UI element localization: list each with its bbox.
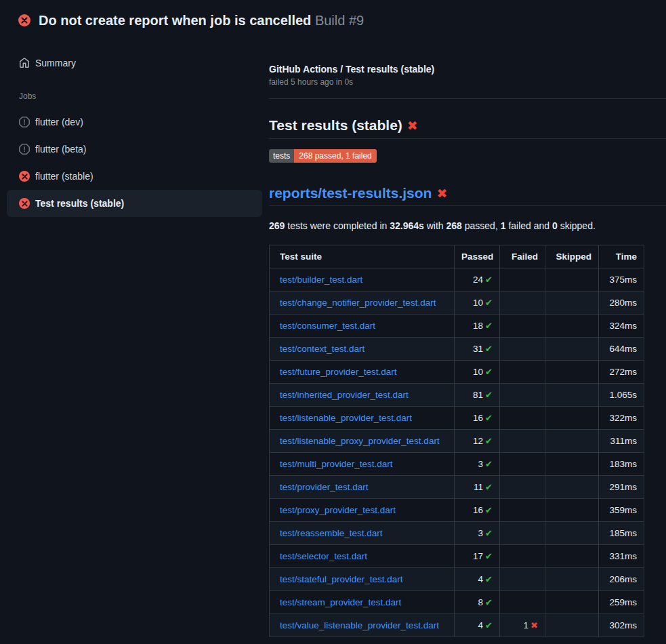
sidebar: Summary Jobs flutter (dev) flutter (beta…: [0, 41, 269, 217]
check-icon: ✔: [485, 574, 493, 584]
passed-cell: 31✔: [455, 338, 500, 361]
tests-summary-line: 269 tests were completed in 32.964s with…: [269, 220, 666, 232]
test-suite-link[interactable]: test/future_provider_test.dart: [280, 367, 397, 377]
table-row: test/consumer_test.dart18✔324ms: [270, 315, 644, 338]
col-skipped: Skipped: [545, 245, 599, 268]
test-results-table: Test suite Passed Failed Skipped Time te…: [269, 245, 644, 637]
sidebar-item-label: Summary: [35, 58, 76, 68]
test-suite-link[interactable]: test/consumer_test.dart: [280, 321, 375, 331]
sidebar-item-summary[interactable]: Summary: [7, 49, 262, 77]
passed-cell: 8✔: [455, 591, 500, 614]
failed-cell: [500, 568, 545, 591]
report-file-link[interactable]: reports/test-results.json: [269, 185, 432, 201]
test-suite-cell: test/stateful_provider_test.dart: [270, 568, 455, 591]
failed-cell: [500, 315, 545, 338]
check-icon: ✔: [485, 275, 493, 285]
test-suite-link[interactable]: test/value_listenable_provider_test.dart: [280, 620, 439, 630]
sidebar-item-flutter-beta[interactable]: flutter (beta): [7, 136, 262, 163]
time-cell: 331ms: [599, 545, 644, 568]
time-cell: 322ms: [599, 407, 644, 430]
skipped-cell: [545, 268, 599, 291]
time-cell: 206ms: [599, 568, 644, 591]
build-number: Build #9: [315, 13, 364, 28]
skipped-cell: [545, 568, 599, 591]
sidebar-item-flutter-dev[interactable]: flutter (dev): [7, 108, 262, 136]
tests-badge: tests 268 passed, 1 failed: [269, 149, 377, 163]
test-suite-link[interactable]: test/multi_provider_test.dart: [280, 459, 393, 469]
time-cell: 324ms: [599, 315, 644, 338]
section-title: Test results (stable)✖: [269, 117, 666, 139]
check-icon: ✔: [485, 436, 493, 446]
time-cell: 359ms: [599, 499, 644, 522]
table-row: test/future_provider_test.dart10✔272ms: [270, 361, 644, 384]
table-row: test/proxy_provider_test.dart16✔359ms: [270, 499, 644, 522]
test-suite-link[interactable]: test/builder_test.dart: [280, 275, 362, 285]
home-icon: [19, 58, 30, 68]
test-suite-cell: test/multi_provider_test.dart: [270, 453, 455, 476]
failed-cell: [500, 407, 545, 430]
skipped-cell: [545, 476, 599, 499]
sidebar-item-label: flutter (dev): [35, 117, 83, 127]
table-row: test/builder_test.dart24✔375ms: [270, 268, 644, 291]
test-suite-link[interactable]: test/listenable_proxy_provider_test.dart: [280, 436, 440, 446]
check-icon: ✔: [485, 620, 493, 630]
test-suite-link[interactable]: test/listenable_provider_test.dart: [280, 413, 412, 423]
cancelled-icon: [19, 117, 30, 127]
skipped-cell: [545, 545, 599, 568]
passed-cell: 24✔: [455, 268, 500, 291]
failed-x-icon: ✖: [407, 119, 418, 133]
skipped-cell: [545, 453, 599, 476]
test-suite-link[interactable]: test/context_test.dart: [280, 344, 365, 354]
failed-cell: [500, 591, 545, 614]
test-suite-link[interactable]: test/stream_provider_test.dart: [280, 597, 401, 607]
passed-cell: 11✔: [455, 476, 500, 499]
test-suite-link[interactable]: test/provider_test.dart: [280, 482, 369, 492]
time-cell: 272ms: [599, 361, 644, 384]
failed-cell: [500, 291, 545, 315]
test-suite-cell: test/consumer_test.dart: [270, 315, 455, 338]
failed-count: 1: [501, 220, 506, 231]
passed-cell: 10✔: [455, 291, 500, 315]
table-row: test/selector_test.dart17✔331ms: [270, 545, 644, 568]
breadcrumb: GitHub Actions / Test results (stable): [269, 63, 666, 75]
section-title-text: Test results (stable): [269, 117, 402, 133]
summary-text: with: [424, 220, 446, 231]
col-passed: Passed: [455, 245, 500, 268]
test-suite-link[interactable]: test/stateful_provider_test.dart: [280, 574, 403, 584]
failed-status-icon: [18, 14, 30, 26]
test-suite-link[interactable]: test/selector_test.dart: [280, 551, 367, 561]
passed-count: 268: [446, 220, 462, 231]
check-icon: ✔: [485, 344, 493, 354]
cancelled-icon: [19, 144, 30, 155]
page-title: Do not create report when job is cancell…: [39, 13, 364, 28]
test-suite-cell: test/listenable_provider_test.dart: [270, 407, 455, 430]
sidebar-item-flutter-stable[interactable]: flutter (stable): [7, 163, 262, 190]
test-suite-link[interactable]: test/proxy_provider_test.dart: [280, 505, 396, 515]
time-cell: 302ms: [599, 614, 644, 637]
summary-text: passed,: [462, 220, 501, 231]
table-row: test/stream_provider_test.dart8✔259ms: [270, 591, 644, 614]
test-suite-link[interactable]: test/reassemble_test.dart: [280, 528, 383, 538]
skipped-count: 0: [552, 220, 558, 231]
jobs-section-label: Jobs: [19, 92, 262, 101]
sidebar-item-test-results-stable[interactable]: Test results (stable): [7, 190, 262, 217]
col-test-suite: Test suite: [270, 245, 455, 268]
test-suite-cell: test/builder_test.dart: [270, 268, 455, 291]
failed-cell: 1✖: [500, 614, 545, 637]
passed-cell: 16✔: [455, 499, 500, 522]
test-suite-cell: test/value_listenable_provider_test.dart: [270, 614, 455, 637]
test-suite-link[interactable]: test/change_notifier_provider_test.dart: [280, 298, 436, 308]
passed-cell: 18✔: [455, 315, 500, 338]
time-cell: 1.065s: [599, 384, 644, 407]
duration: 32.964s: [390, 220, 424, 231]
passed-cell: 4✔: [455, 614, 500, 637]
col-failed: Failed: [500, 245, 545, 268]
test-suite-link[interactable]: test/inherited_provider_test.dart: [280, 390, 409, 400]
failed-cell: [500, 268, 545, 291]
run-status-line: failed 5 hours ago in 0s: [269, 77, 666, 87]
passed-cell: 16✔: [455, 407, 500, 430]
failed-cell: [500, 522, 545, 545]
test-suite-cell: test/provider_test.dart: [270, 476, 455, 499]
failed-cell: [500, 384, 545, 407]
check-icon: ✔: [485, 551, 493, 561]
